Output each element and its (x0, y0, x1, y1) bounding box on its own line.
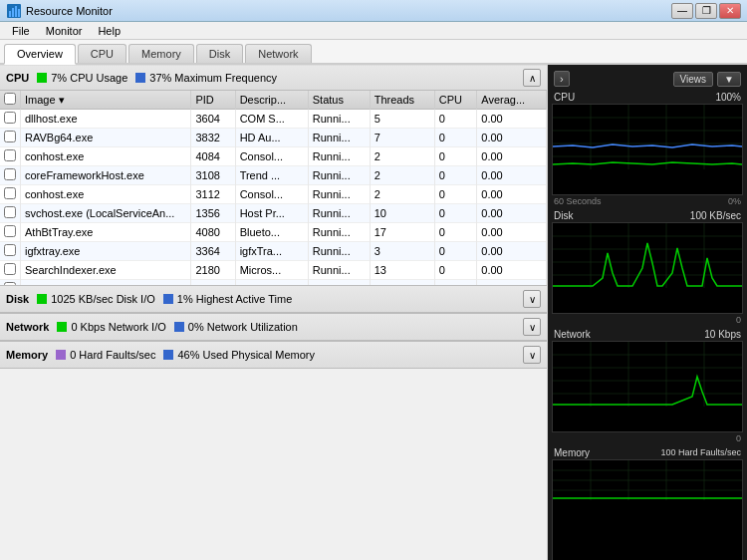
disk-chart-name: Disk (554, 210, 573, 221)
col-average[interactable]: Averag... (477, 91, 547, 110)
network-util-blue-box (174, 322, 184, 332)
table-cell: Runni... (308, 129, 370, 147)
network-io-green-box (57, 322, 67, 332)
table-cell: Runni... (308, 261, 370, 280)
title-bar: Resource Monitor — ❐ ✕ (0, 0, 747, 22)
views-button[interactable]: Views (673, 72, 714, 87)
menu-help[interactable]: Help (90, 22, 128, 39)
col-status[interactable]: Status (308, 91, 370, 110)
cpu-table-header: Image ▾ PID Descrip... Status Threads CP… (0, 91, 547, 110)
network-io-text: 0 Kbps Network I/O (71, 321, 165, 333)
disk-active-blue-box (163, 294, 173, 304)
tab-disk[interactable]: Disk (196, 44, 243, 63)
cpu-table: Image ▾ PID Descrip... Status Threads CP… (0, 91, 547, 285)
disk-chart-bottom: 0 (552, 314, 743, 326)
main-content: CPU 7% CPU Usage 37% Maximum Frequency ∧… (0, 65, 747, 560)
memory-chart-label-row: Memory 100 Hard Faults/sec (552, 446, 743, 459)
col-description[interactable]: Descrip... (235, 91, 308, 110)
network-chart-bottom-right: 0 (736, 433, 741, 443)
cpu-chart-label-row: CPU 100% (552, 91, 743, 104)
cpu-usage-indicator: 7% CPU Usage (37, 72, 127, 84)
table-cell: 0 (434, 147, 477, 166)
row-checkbox[interactable] (4, 131, 16, 142)
col-pid[interactable]: PID (191, 91, 235, 110)
views-row: › Views ▼ (552, 69, 743, 89)
select-all-checkbox[interactable] (4, 93, 16, 105)
row-checkbox[interactable] (4, 244, 16, 256)
table-cell: 0 (434, 223, 477, 242)
network-chart (552, 341, 743, 432)
network-io-indicator: 0 Kbps Network I/O (57, 321, 165, 333)
table-row[interactable]: conhost.exe3112Consol...Runni...200.00 (0, 185, 547, 204)
nav-back-button[interactable]: › (554, 71, 570, 87)
menu-file[interactable]: File (4, 22, 38, 39)
row-checkbox[interactable] (4, 225, 16, 237)
table-row[interactable]: coreFrameworkHost.exe3108Trend ...Runni.… (0, 166, 547, 185)
disk-chart-section: Disk 100 KB/sec 0 (552, 209, 743, 326)
table-row[interactable]: dllhost.exe3604COM S...Runni...500.00 (0, 110, 547, 129)
table-cell: 0.00 (477, 166, 547, 185)
table-cell: Micros... (235, 261, 308, 280)
disk-expand-button[interactable]: ∨ (523, 290, 541, 308)
col-checkbox (0, 91, 21, 110)
network-chart-bottom: 0 (552, 432, 743, 444)
disk-active-indicator: 1% Highest Active Time (163, 293, 293, 305)
menu-monitor[interactable]: Monitor (38, 22, 91, 39)
memory-expand-button[interactable]: ∨ (523, 346, 541, 364)
table-cell: SearchIndexer.exe (21, 261, 191, 280)
disk-io-indicator: 1025 KB/sec Disk I/O (37, 293, 155, 305)
table-cell: 0.00 (477, 204, 547, 223)
cpu-usage-green-box (37, 73, 47, 83)
table-row[interactable]: conhost.exe4084Consol...Runni...200.00 (0, 147, 547, 166)
disk-active-text: 1% Highest Active Time (177, 293, 293, 305)
close-button[interactable]: ✕ (719, 3, 741, 19)
table-cell: coreFrameworkHost.exe (21, 166, 191, 185)
cpu-chart-bottom-right: 0% (728, 196, 741, 206)
table-cell: Consol... (235, 147, 308, 166)
cpu-table-scroll: Image ▾ PID Descrip... Status Threads CP… (0, 91, 547, 285)
table-cell: Runni... (308, 147, 370, 166)
table-row[interactable]: RAVBg64.exe3832HD Au...Runni...700.00 (0, 129, 547, 147)
tab-network[interactable]: Network (245, 44, 311, 63)
network-title: Network (6, 321, 49, 333)
table-cell: Runni... (308, 185, 370, 204)
table-row[interactable]: svchost.exe (LocalServiceAn...1356Host P… (0, 204, 547, 223)
cpu-table-body: dllhost.exe3604COM S...Runni...500.00RAV… (0, 110, 547, 286)
table-cell: igfxtray.exe (21, 242, 191, 261)
views-dropdown-button[interactable]: ▼ (717, 72, 741, 87)
row-checkbox[interactable] (4, 206, 16, 218)
row-checkbox[interactable] (4, 263, 16, 275)
row-checkbox[interactable] (4, 168, 16, 180)
col-cpu[interactable]: CPU (434, 91, 477, 110)
table-row[interactable]: SearchIndexer.exe2180Micros...Runni...13… (0, 261, 547, 280)
tab-overview[interactable]: Overview (4, 44, 76, 65)
cpu-chart-bottom-left: 60 Seconds (554, 196, 602, 206)
table-row[interactable]: AthBtTray.exe4080Blueto...Runni...1700.0… (0, 223, 547, 242)
table-row[interactable]: igfxtray.exe3364igfxTra...Runni...300.00 (0, 242, 547, 261)
table-cell: 0 (434, 261, 477, 280)
minimize-button[interactable]: — (671, 3, 693, 19)
row-checkbox[interactable] (4, 112, 16, 124)
cpu-freq-blue-box (135, 73, 145, 83)
menu-bar: File Monitor Help (0, 22, 747, 40)
memory-section-header: Memory 0 Hard Faults/sec 46% Used Physic… (0, 341, 547, 369)
table-cell: 13 (370, 261, 434, 280)
cpu-usage-text: 7% CPU Usage (51, 72, 127, 84)
cpu-expand-button[interactable]: ∧ (523, 69, 541, 87)
memory-used-text: 46% Used Physical Memory (177, 349, 315, 361)
table-cell: 3364 (191, 242, 235, 261)
tab-cpu[interactable]: CPU (78, 44, 126, 63)
network-expand-button[interactable]: ∨ (523, 318, 541, 336)
col-threads[interactable]: Threads (370, 91, 434, 110)
row-checkbox[interactable] (4, 149, 16, 161)
cpu-chart-top-right: 100% (715, 92, 741, 103)
cpu-section-header: CPU 7% CPU Usage 37% Maximum Frequency ∧ (0, 65, 547, 91)
app-icon (6, 3, 22, 19)
restore-button[interactable]: ❐ (695, 3, 717, 19)
table-cell: 0.00 (477, 110, 547, 129)
row-checkbox[interactable] (4, 187, 16, 199)
tab-memory[interactable]: Memory (128, 44, 194, 63)
col-image[interactable]: Image ▾ (21, 91, 191, 110)
disk-section-header: Disk 1025 KB/sec Disk I/O 1% Highest Act… (0, 285, 547, 313)
window-title: Resource Monitor (26, 5, 671, 17)
